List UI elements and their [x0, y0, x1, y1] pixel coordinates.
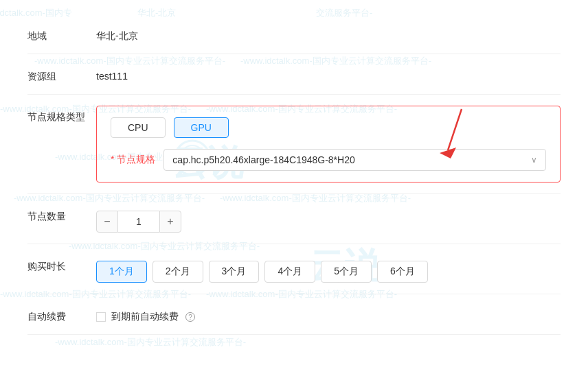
count-input[interactable]: [118, 211, 159, 233]
spec-select-row: 节点规格 cap.hc.p5h20.46xlarge-184C1948G-8*H…: [111, 149, 546, 171]
auto-renewal-row: 自动续费 到期前自动续费 ?: [27, 294, 561, 335]
auto-renewal-checkbox[interactable]: [96, 312, 106, 322]
auto-renewal-text: 到期前自动续费: [111, 311, 179, 323]
node-count-control-wrapper: − +: [96, 205, 561, 233]
node-type-row: CPU GPU: [111, 117, 546, 138]
duration-1month-button[interactable]: 1个月: [96, 261, 147, 283]
node-count-row: 节点数量 − +: [27, 194, 561, 244]
duration-6month-button[interactable]: 6个月: [377, 261, 428, 283]
region-label: 地域: [27, 25, 96, 43]
duration-options-wrapper: 1个月 2个月 3个月 4个月 5个月 6个月: [96, 255, 561, 283]
count-control: − +: [96, 211, 561, 233]
auto-renewal-control: 到期前自动续费 ?: [96, 311, 561, 323]
purchase-label: 购买时长: [27, 255, 96, 273]
resource-group-value: test111: [96, 65, 561, 82]
node-count-label: 节点数量: [27, 205, 96, 223]
region-row: 地域 华北-北京: [27, 14, 561, 54]
spec-dropdown[interactable]: cap.hc.p5h20.46xlarge-184C1948G-8*H20 ∨: [163, 149, 546, 171]
spec-type-label: 节点规格类型: [27, 106, 96, 123]
duration-5month-button[interactable]: 5个月: [321, 261, 372, 283]
duration-2month-button[interactable]: 2个月: [152, 261, 203, 283]
resource-group-row: 资源组 test111: [27, 54, 561, 95]
region-value: 华北-北京: [96, 25, 561, 43]
page-content: 地域 华北-北京 资源组 test111 节点规格类型 CPU GPU 节点规格…: [0, 0, 588, 349]
duration-options: 1个月 2个月 3个月 4个月 5个月 6个月: [96, 261, 561, 283]
duration-4month-button[interactable]: 4个月: [264, 261, 315, 283]
count-minus-button[interactable]: −: [96, 211, 118, 233]
spec-type-row: 节点规格类型 CPU GPU 节点规格 cap.hc.p5h20.46xlarg…: [27, 95, 561, 194]
spec-select-label: 节点规格: [111, 154, 155, 166]
spec-dropdown-value: cap.hc.p5h20.46xlarge-184C1948G-8*H20: [172, 154, 354, 165]
cpu-type-button[interactable]: CPU: [111, 117, 166, 138]
spec-type-box: CPU GPU 节点规格 cap.hc.p5h20.46xlarge-184C1…: [96, 106, 561, 182]
purchase-duration-row: 购买时长 1个月 2个月 3个月 4个月 5个月 6个月: [27, 244, 561, 294]
auto-renewal-value: 到期前自动续费 ?: [96, 305, 561, 323]
auto-renewal-label: 自动续费: [27, 305, 96, 323]
chevron-down-icon: ∨: [531, 155, 537, 165]
count-plus-button[interactable]: +: [159, 211, 181, 233]
resource-group-label: 资源组: [27, 65, 96, 83]
help-icon[interactable]: ?: [185, 312, 195, 322]
gpu-type-button[interactable]: GPU: [174, 117, 229, 138]
duration-3month-button[interactable]: 3个月: [209, 261, 260, 283]
